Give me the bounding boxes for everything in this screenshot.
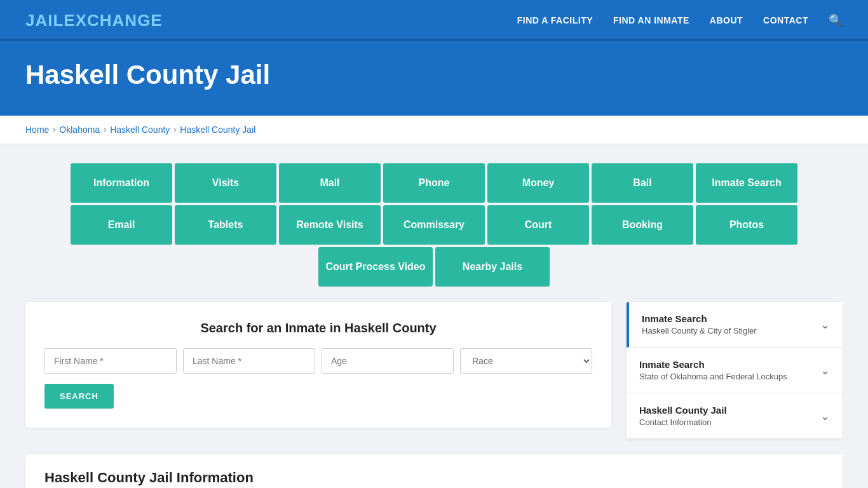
last-name-input[interactable]	[183, 348, 315, 374]
btn-information[interactable]: Information	[71, 163, 172, 203]
sidebar-panels: Inmate Search Haskell County & City of S…	[627, 302, 843, 439]
btn-bail[interactable]: Bail	[592, 163, 693, 203]
btn-phone[interactable]: Phone	[383, 163, 485, 203]
logo-exchange: EXCHANGE	[64, 11, 162, 30]
sidebar-title-1: Inmate Search	[642, 313, 757, 324]
btn-booking[interactable]: Booking	[592, 205, 693, 245]
search-title: Search for an Inmate in Haskell County	[44, 321, 592, 336]
sidebar-subtitle-1: Haskell County & City of Stigler	[642, 326, 757, 336]
nav-find-inmate[interactable]: FIND AN INMATE	[613, 15, 689, 25]
breadcrumb: Home › Oklahoma › Haskell County › Haske…	[25, 125, 843, 135]
grid-row-2: Email Tablets Remote Visits Commissary C…	[25, 205, 843, 245]
first-name-input[interactable]	[44, 348, 177, 374]
hero-section: Haskell County Jail	[0, 41, 868, 116]
grid-row-3: Court Process Video Nearby Jails	[25, 247, 843, 287]
sidebar-item-text-3: Haskell County Jail Contact Information	[639, 405, 727, 427]
nav-links: FIND A FACILITY FIND AN INMATE ABOUT CON…	[517, 13, 843, 27]
sidebar-title-2: Inmate Search	[639, 359, 787, 370]
search-button[interactable]: SEARCH	[44, 384, 114, 409]
btn-mail[interactable]: Mail	[279, 163, 381, 203]
lower-section: Search for an Inmate in Haskell County R…	[25, 302, 843, 439]
btn-remote-visits[interactable]: Remote Visits	[279, 205, 381, 245]
chevron-down-icon-1: ⌄	[820, 318, 830, 332]
sidebar-item-oklahoma-search[interactable]: Inmate Search State of Oklahoma and Fede…	[627, 348, 843, 393]
breadcrumb-haskell-county[interactable]: Haskell County	[110, 125, 170, 135]
chevron-down-icon-2: ⌄	[820, 363, 830, 377]
sidebar-item-contact-info[interactable]: Haskell County Jail Contact Information …	[627, 393, 843, 439]
bottom-section: Haskell County Jail Information	[25, 454, 843, 488]
bottom-title: Haskell County Jail Information	[44, 470, 824, 486]
breadcrumb-sep-1: ›	[53, 125, 55, 134]
sidebar-subtitle-3: Contact Information	[639, 417, 727, 427]
search-icon[interactable]: 🔍	[829, 13, 843, 27]
logo-jail: JAIL	[25, 11, 64, 30]
btn-visits[interactable]: Visits	[175, 163, 276, 203]
btn-court[interactable]: Court	[487, 205, 589, 245]
btn-tablets[interactable]: Tablets	[175, 205, 276, 245]
race-select[interactable]: Race White Black Hispanic Asian Other	[460, 348, 592, 374]
nav-contact[interactable]: CONTACT	[763, 15, 808, 25]
btn-commissary[interactable]: Commissary	[383, 205, 485, 245]
btn-photos[interactable]: Photos	[696, 205, 797, 245]
grid-row-1: Information Visits Mail Phone Money Bail…	[25, 163, 843, 203]
age-input[interactable]	[322, 348, 454, 374]
btn-inmate-search[interactable]: Inmate Search	[696, 163, 797, 203]
chevron-down-icon-3: ⌄	[820, 409, 830, 423]
navigation-grid: Information Visits Mail Phone Money Bail…	[25, 163, 843, 287]
breadcrumb-current: Haskell County Jail	[180, 125, 255, 135]
breadcrumb-home[interactable]: Home	[25, 125, 49, 135]
btn-money[interactable]: Money	[487, 163, 589, 203]
search-fields: Race White Black Hispanic Asian Other	[44, 348, 592, 374]
btn-court-process-video[interactable]: Court Process Video	[318, 247, 433, 287]
btn-nearby-jails[interactable]: Nearby Jails	[435, 247, 550, 287]
nav-about[interactable]: ABOUT	[710, 15, 743, 25]
sidebar-item-haskell-search[interactable]: Inmate Search Haskell County & City of S…	[627, 302, 843, 348]
sidebar-item-text-1: Inmate Search Haskell County & City of S…	[642, 313, 757, 336]
breadcrumb-bar: Home › Oklahoma › Haskell County › Haske…	[0, 116, 868, 144]
sidebar-title-3: Haskell County Jail	[639, 405, 727, 416]
site-logo[interactable]: JAILEXCHANGE	[25, 11, 163, 30]
breadcrumb-oklahoma[interactable]: Oklahoma	[59, 125, 100, 135]
page-title: Haskell County Jail	[25, 60, 843, 90]
navbar: JAILEXCHANGE FIND A FACILITY FIND AN INM…	[0, 0, 868, 41]
breadcrumb-sep-3: ›	[173, 125, 176, 134]
breadcrumb-sep-2: ›	[104, 125, 106, 134]
btn-email[interactable]: Email	[71, 205, 172, 245]
inmate-search-panel: Search for an Inmate in Haskell County R…	[25, 302, 611, 428]
sidebar-item-text-2: Inmate Search State of Oklahoma and Fede…	[639, 359, 787, 381]
sidebar-subtitle-2: State of Oklahoma and Federal Lockups	[639, 372, 787, 381]
main-content: Information Visits Mail Phone Money Bail…	[0, 144, 868, 488]
nav-find-facility[interactable]: FIND A FACILITY	[517, 15, 593, 25]
